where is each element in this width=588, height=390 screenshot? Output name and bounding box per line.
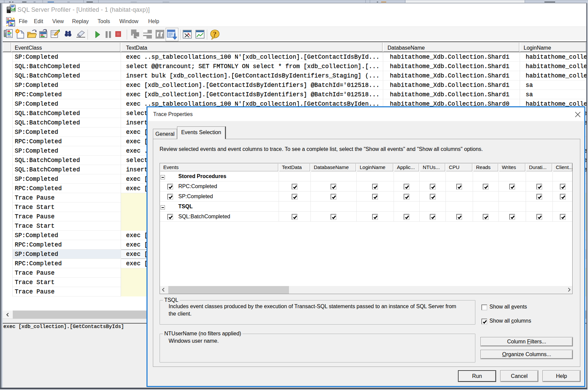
svg-text:?: ? <box>213 30 217 38</box>
